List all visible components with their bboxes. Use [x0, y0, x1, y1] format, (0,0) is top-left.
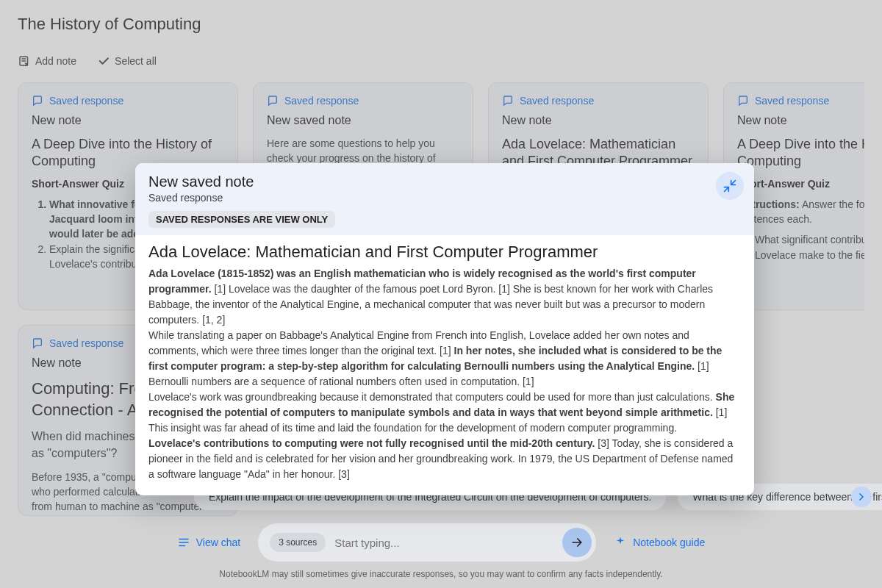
modal-subtitle: Saved response	[148, 192, 741, 204]
guide-label: Notebook guide	[633, 537, 705, 548]
send-button[interactable]	[562, 528, 592, 557]
note-modal: New saved note Saved response SAVED RESP…	[135, 163, 754, 495]
text-run: Lovelace's work was groundbreaking becau…	[148, 391, 716, 403]
compose-bar: 3 sources	[258, 523, 596, 562]
modal-header: New saved note Saved response SAVED RESP…	[135, 163, 754, 235]
notebook-guide-button[interactable]: Notebook guide	[614, 536, 705, 549]
bold-run: Lovelace's contributions to computing we…	[148, 437, 595, 449]
compose-input[interactable]	[334, 537, 553, 549]
modal-title: New saved note	[148, 173, 741, 190]
sources-count-chip[interactable]: 3 sources	[270, 533, 326, 552]
modal-paragraph: While translating a paper on Babbage's A…	[148, 328, 741, 390]
modal-paragraph: Lovelace's contributions to computing we…	[148, 436, 741, 482]
collapse-icon	[723, 179, 737, 193]
view-chat-label: View chat	[196, 537, 240, 548]
scroll-right-button[interactable]	[851, 487, 872, 507]
modal-heading: Ada Lovelace: Mathematician and First Co…	[148, 243, 741, 262]
text-run: [1] Lovelace was the daughter of the fam…	[148, 283, 713, 326]
modal-paragraph: Lovelace's work was groundbreaking becau…	[148, 390, 741, 436]
modal-paragraph: Ada Lovelace (1815-1852) was an English …	[148, 266, 741, 328]
view-only-badge: SAVED RESPONSES ARE VIEW ONLY	[148, 211, 335, 228]
bottom-bar: Explain the impact of the development of…	[0, 484, 882, 588]
chat-lines-icon	[177, 536, 190, 549]
collapse-button[interactable]	[716, 172, 744, 200]
sparkle-icon	[614, 536, 627, 549]
modal-body: Ada Lovelace: Mathematician and First Co…	[135, 235, 754, 495]
modal-text: Ada Lovelace (1815-1852) was an English …	[148, 266, 741, 482]
view-chat-button[interactable]: View chat	[177, 536, 240, 549]
compose-row: View chat 3 sources Notebook guide	[18, 523, 864, 562]
disclaimer-text: NotebookLM may still sometimes give inac…	[18, 569, 864, 579]
